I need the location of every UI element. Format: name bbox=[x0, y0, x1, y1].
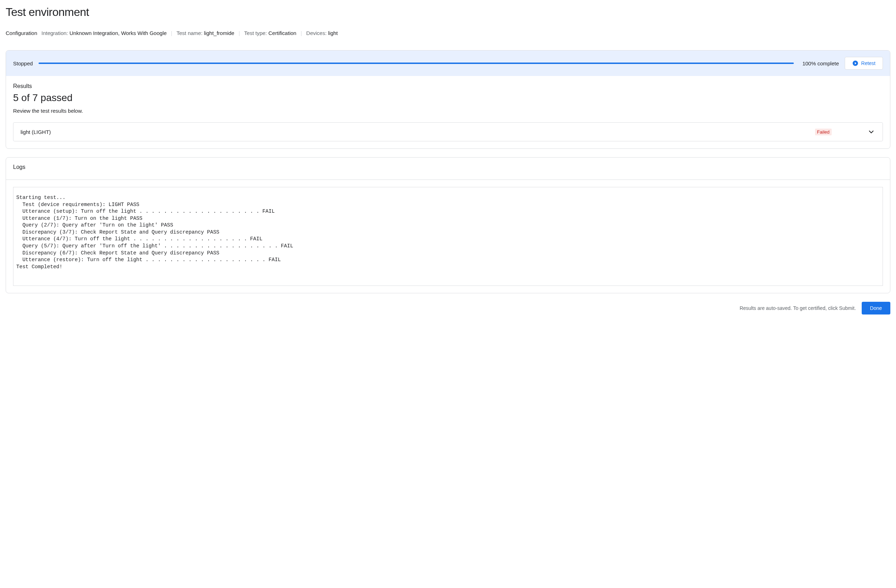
result-name: light (LIGHT) bbox=[20, 129, 51, 135]
results-card: Stopped 100% complete Retest Results 5 o… bbox=[6, 50, 890, 149]
status-badge-failed: Failed bbox=[815, 129, 832, 135]
page-title: Test environment bbox=[6, 6, 890, 19]
test-name-label: Test name: light_fromide bbox=[177, 30, 234, 36]
logs-title: Logs bbox=[13, 164, 883, 170]
footer-text: Results are auto-saved. To get certified… bbox=[740, 305, 856, 311]
logs-output: Starting test... Test (device requiremen… bbox=[13, 187, 883, 286]
configuration-row: Configuration Integration: Unknown Integ… bbox=[6, 30, 890, 36]
logs-header: Logs bbox=[6, 158, 890, 180]
integration-label-text: Integration: bbox=[41, 30, 68, 36]
logs-card: Logs Starting test... Test (device requi… bbox=[6, 157, 890, 293]
play-circle-icon bbox=[852, 60, 858, 67]
test-type-label: Test type: Certification bbox=[244, 30, 297, 36]
progress-text: 100% complete bbox=[802, 61, 839, 67]
footer: Results are auto-saved. To get certified… bbox=[6, 302, 890, 315]
devices-label: Devices: light bbox=[306, 30, 338, 36]
status-state: Stopped bbox=[13, 61, 33, 67]
retest-button[interactable]: Retest bbox=[845, 57, 883, 70]
devices-label-text: Devices: bbox=[306, 30, 327, 36]
results-hint: Review the test results below. bbox=[13, 108, 883, 114]
chevron-down-icon bbox=[867, 128, 876, 136]
integration-value: Unknown Integration, Works With Google bbox=[69, 30, 166, 36]
test-type-label-text: Test type: bbox=[244, 30, 267, 36]
results-title: Results bbox=[13, 83, 883, 90]
status-bar: Stopped 100% complete Retest bbox=[6, 50, 890, 76]
progress-bar bbox=[38, 62, 794, 64]
results-summary: 5 of 7 passed bbox=[13, 92, 883, 103]
done-button[interactable]: Done bbox=[862, 302, 890, 315]
logs-body: Starting test... Test (device requiremen… bbox=[6, 180, 890, 293]
test-type-value: Certification bbox=[268, 30, 296, 36]
results-section: Results 5 of 7 passed Review the test re… bbox=[6, 76, 890, 149]
divider: | bbox=[239, 30, 240, 36]
result-row[interactable]: light (LIGHT) Failed bbox=[13, 122, 883, 141]
integration-label: Integration: Unknown Integration, Works … bbox=[41, 30, 166, 36]
result-right: Failed bbox=[815, 128, 876, 136]
divider: | bbox=[171, 30, 172, 36]
retest-label: Retest bbox=[861, 61, 876, 66]
configuration-label: Configuration bbox=[6, 30, 37, 36]
divider: | bbox=[300, 30, 302, 36]
devices-value: light bbox=[328, 30, 338, 36]
test-name-value: light_fromide bbox=[204, 30, 235, 36]
test-name-label-text: Test name: bbox=[177, 30, 202, 36]
